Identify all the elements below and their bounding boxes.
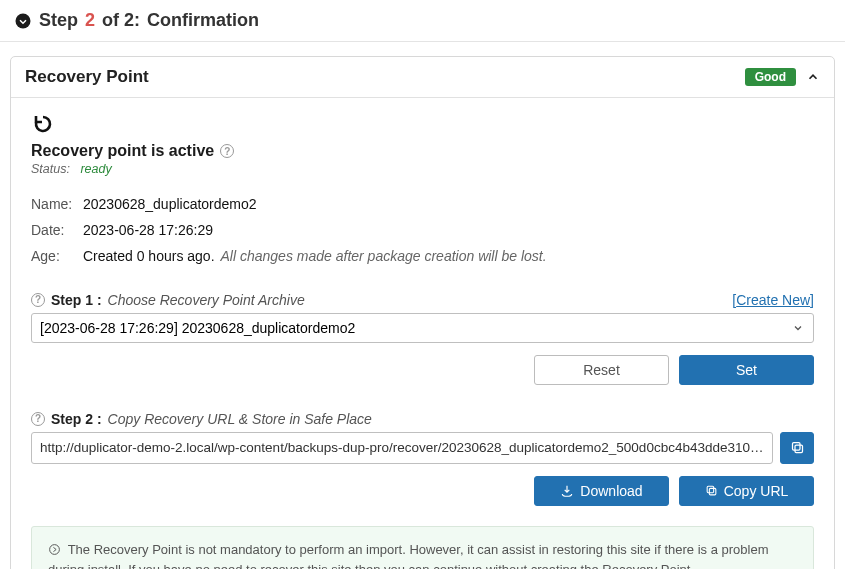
step2-buttons: Download Copy URL [31, 476, 814, 506]
info-text: The Recovery Point is not mandatory to p… [48, 542, 768, 569]
panel-title: Recovery Point [25, 67, 149, 87]
step2-desc: Copy Recovery URL & Store in Safe Place [108, 411, 372, 427]
set-label: Set [736, 362, 757, 378]
step1-row: ? Step 1 : Choose Recovery Point Archive… [31, 292, 814, 308]
undo-icon [31, 112, 814, 136]
step2-label: Step 2 : [51, 411, 102, 427]
panel-body: Recovery point is active ? Status: ready… [11, 98, 834, 569]
archive-select[interactable]: [2023-06-28 17:26:29] 20230628_duplicato… [31, 313, 814, 343]
circle-down-arrow-icon [14, 12, 32, 30]
step2-row: ? Step 2 : Copy Recovery URL & Store in … [31, 411, 814, 427]
url-row [31, 432, 814, 464]
circle-arrow-right-icon [48, 542, 65, 557]
panel-header[interactable]: Recovery Point Good [11, 57, 834, 98]
page-header: Step 2 of 2: Confirmation [0, 0, 845, 42]
svg-rect-1 [795, 445, 803, 453]
copy-icon-button[interactable] [780, 432, 814, 464]
recovery-active-title: Recovery point is active ? [31, 142, 814, 160]
step1-label: Step 1 : [51, 292, 102, 308]
copy-url-button[interactable]: Copy URL [679, 476, 814, 506]
age-note: All changes made after package creation … [221, 244, 547, 270]
status-badge: Good [745, 68, 796, 86]
step1-buttons: Reset Set [31, 355, 814, 385]
status-value: ready [80, 162, 111, 176]
name-label: Name: [31, 192, 83, 218]
recovery-url-input[interactable] [31, 432, 773, 464]
reset-button[interactable]: Reset [534, 355, 669, 385]
copy-url-label: Copy URL [724, 483, 789, 499]
name-value: 20230628_duplicatordemo2 [83, 192, 257, 218]
svg-rect-3 [709, 489, 716, 496]
chevron-up-icon [806, 70, 820, 84]
help-icon[interactable]: ? [31, 412, 45, 426]
recovery-active-text: Recovery point is active [31, 142, 214, 160]
step-number: 2 [85, 10, 95, 31]
recovery-meta: Name: 20230628_duplicatordemo2 Date: 202… [31, 192, 814, 270]
copy-icon [705, 484, 718, 497]
download-button[interactable]: Download [534, 476, 669, 506]
download-icon [560, 484, 574, 498]
archive-select-wrap: [2023-06-28 17:26:29] 20230628_duplicato… [31, 313, 814, 343]
step-title: Confirmation [147, 10, 259, 31]
set-button[interactable]: Set [679, 355, 814, 385]
reset-label: Reset [583, 362, 620, 378]
status-label: Status: [31, 162, 70, 176]
create-new-link[interactable]: [Create New] [732, 292, 814, 308]
download-label: Download [580, 483, 642, 499]
age-label: Age: [31, 244, 83, 270]
svg-rect-2 [792, 443, 800, 451]
step1-desc: Choose Recovery Point Archive [108, 292, 305, 308]
help-icon[interactable]: ? [31, 293, 45, 307]
svg-rect-4 [707, 486, 714, 493]
step-prefix: Step [39, 10, 78, 31]
svg-point-5 [50, 544, 60, 554]
date-label: Date: [31, 218, 83, 244]
step-total: of 2: [102, 10, 140, 31]
age-value: Created 0 hours ago. [83, 244, 215, 270]
svg-point-0 [16, 13, 31, 28]
copy-icon [790, 440, 805, 455]
info-box: The Recovery Point is not mandatory to p… [31, 526, 814, 569]
date-value: 2023-06-28 17:26:29 [83, 218, 213, 244]
recovery-panel: Recovery Point Good Recovery point is ac… [10, 56, 835, 569]
status-line: Status: ready [31, 162, 814, 176]
help-icon[interactable]: ? [220, 144, 234, 158]
